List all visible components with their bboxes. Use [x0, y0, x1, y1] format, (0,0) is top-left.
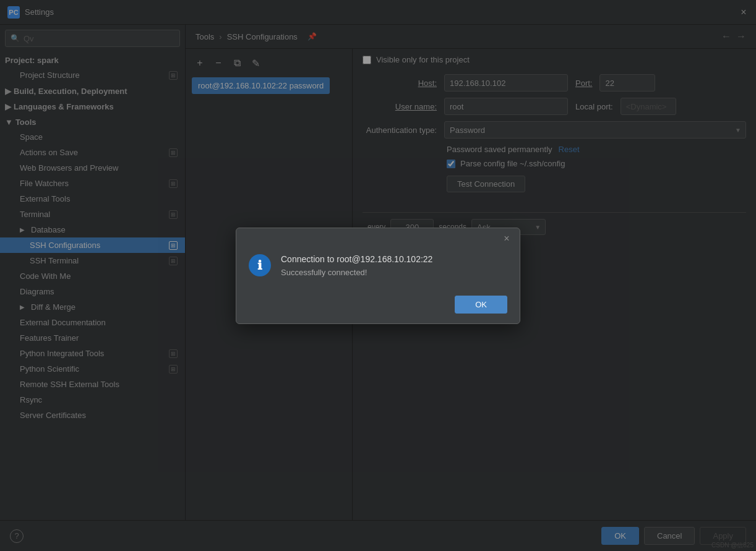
dialog-title-text: Connection to root@192.168.10.102:22	[281, 254, 507, 264]
dialog-text-area: Connection to root@192.168.10.102:22 Suc…	[281, 254, 507, 277]
dialog-close-button[interactable]: ×	[501, 233, 512, 244]
dialog-info-icon: ℹ	[249, 254, 271, 276]
dialog-title-bar: ×	[236, 228, 520, 247]
dialog-box: × ℹ Connection to root@192.168.10.102:22…	[236, 228, 520, 324]
dialog-footer: OK	[236, 289, 520, 323]
dialog-overlay: × ℹ Connection to root@192.168.10.102:22…	[0, 0, 756, 551]
dialog-message: Successfully connected!	[281, 268, 507, 277]
dialog-body: ℹ Connection to root@192.168.10.102:22 S…	[236, 247, 520, 289]
dialog-ok-button[interactable]: OK	[455, 296, 507, 314]
